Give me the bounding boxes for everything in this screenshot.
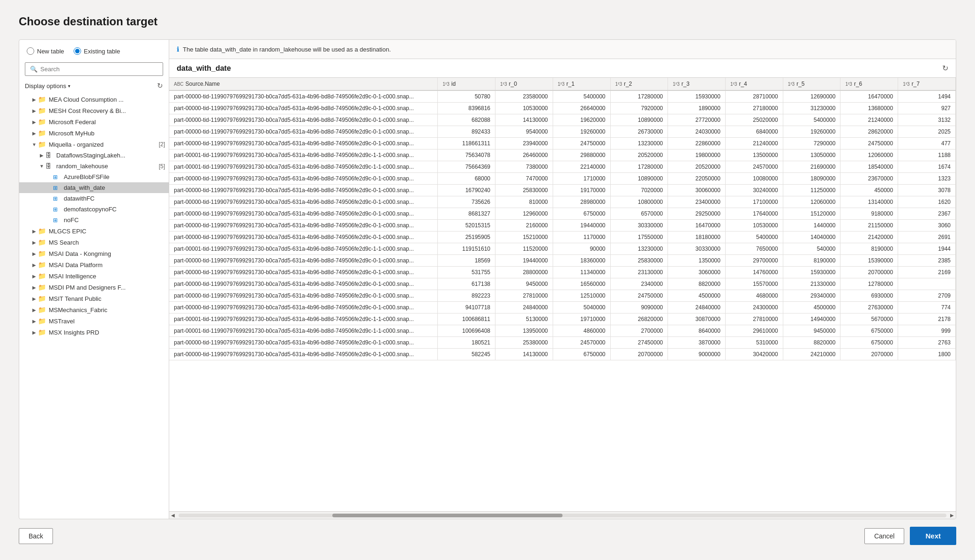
tree-item-demofastcopy[interactable]: ▶ ⊞ demofastcopynoFC	[19, 204, 169, 215]
table-cell: 17550000	[610, 231, 668, 243]
tree-item-msit[interactable]: ▶ 📁 MSIT Tenant Public	[19, 293, 169, 304]
expand-icon: ▼	[38, 164, 45, 169]
existing-table-radio[interactable]: Existing table	[74, 47, 120, 55]
table-cell: 6750000	[553, 208, 610, 220]
table-row: part-00000-tid-11990797699291730-b0ca7dd…	[169, 196, 956, 208]
table-cell: 15570000	[725, 278, 783, 290]
tree-item-datawithfc[interactable]: ▶ ⊞ datawithFC	[19, 193, 169, 204]
back-button[interactable]: Back	[19, 528, 53, 544]
table-cell: 29340000	[783, 290, 840, 302]
table-cell: 5310000	[725, 337, 783, 349]
table-cell: 18540000	[840, 161, 898, 173]
footer: Back Cancel Next	[19, 519, 956, 545]
col-header-r5: 1²3r_5	[783, 78, 840, 90]
table-row: part-00000-tid-11990797699291730-b0ca7dd…	[169, 302, 956, 314]
tree-item-mesh[interactable]: ▶ 📁 MESH Cost Recovery & Bi...	[19, 105, 169, 116]
tree-item-random-lakehouse[interactable]: ▼ 🗄 random_lakehouse [5]	[19, 161, 169, 172]
table-cell: 17100000	[725, 196, 783, 208]
tree-item-msx[interactable]: ▶ 📁 MSX Insights PRD	[19, 327, 169, 338]
table-cell: part-00001-tid-11990797699291730-b0ca7dd…	[169, 243, 438, 255]
table-cell: 25380000	[495, 337, 553, 349]
expand-icon: ▶	[30, 296, 38, 301]
table-cell: 15210000	[495, 231, 553, 243]
table-cell: 10890000	[610, 173, 668, 185]
table-row: part-00000-tid-11990797699291730-b0ca7dd…	[169, 231, 956, 243]
display-options-button[interactable]: Display options ▾	[25, 82, 70, 90]
tree-item-azureblob[interactable]: ▶ ⊞ AzureBlobFSFile	[19, 172, 169, 182]
table-cell: 20520000	[610, 149, 668, 161]
tree-item-mea[interactable]: ▶ 📁 MEA Cloud Consumption ...	[19, 94, 169, 105]
table-cell: 68000	[438, 173, 495, 185]
folder-icon: 📁	[38, 141, 46, 148]
folder-icon: 📁	[38, 306, 46, 314]
table-cell: 19710000	[553, 314, 610, 325]
h-scrollbar-thumb[interactable]	[332, 514, 562, 517]
tree-item-nofc[interactable]: ▶ ⊞ noFC	[19, 215, 169, 225]
table-icon: ⊞	[53, 185, 61, 191]
table-cell: 18360000	[553, 255, 610, 267]
horizontal-scrollbar[interactable]: ◀ ▶	[169, 511, 956, 519]
table-cell: 6930000	[840, 290, 898, 302]
table-cell: 1890000	[668, 103, 726, 114]
table-cell: 5130000	[495, 314, 553, 325]
table-cell: 30240000	[725, 185, 783, 196]
tree-item-msmechanics[interactable]: ▶ 📁 MSMechanics_Fabric	[19, 304, 169, 315]
tree-item-msdi[interactable]: ▶ 📁 MSDI PM and Designers F...	[19, 282, 169, 293]
scroll-left-arrow[interactable]: ◀	[171, 513, 175, 518]
table-cell: 1710000	[553, 173, 610, 185]
table-cell: 12060000	[840, 149, 898, 161]
table-cell: 540000	[783, 243, 840, 255]
tree-item-data-with-date[interactable]: ▶ ⊞ data_with_date	[19, 182, 169, 193]
table-cell: 2160000	[495, 220, 553, 231]
scroll-right-arrow[interactable]: ▶	[950, 513, 954, 518]
table-cell: 999	[898, 325, 956, 337]
table-cell: 180521	[438, 337, 495, 349]
cancel-button[interactable]: Cancel	[864, 528, 905, 544]
refresh-icon[interactable]: ↻	[157, 82, 163, 90]
table-cell: 582245	[438, 349, 495, 360]
table-row: part-00000-tid-11990797699291730-b0ca7dd…	[169, 267, 956, 278]
tree-item-mssearch[interactable]: ▶ 📁 MS Search	[19, 237, 169, 248]
table-row: part-00000-tid-11990797699291730-b0ca7dd…	[169, 255, 956, 267]
table-name: data_with_date	[177, 64, 231, 73]
table-cell: 27450000	[610, 337, 668, 349]
tree-item-msai-kong[interactable]: ▶ 📁 MSAI Data - Kongming	[19, 248, 169, 259]
search-input[interactable]	[40, 66, 158, 73]
col-header-r4: 1²3r_4	[725, 78, 783, 90]
lakehouse-icon: 🗄	[45, 163, 54, 170]
table-cell: 19620000	[553, 114, 610, 126]
col-header-source-name: ABCSource.Name	[169, 78, 438, 90]
table-cell: part-00000-tid-11990797699291730-b0ca7dd…	[169, 290, 438, 302]
tree-item-mlgcs[interactable]: ▶ 📁 MLGCS EPIC	[19, 225, 169, 237]
table-refresh-button[interactable]: ↻	[942, 64, 948, 73]
tree-item-msai-platform[interactable]: ▶ 📁 MSAI Data Platform	[19, 259, 169, 270]
tree-item-msfederal[interactable]: ▶ 📁 Microsoft Federal	[19, 116, 169, 127]
table-cell: 13140000	[840, 196, 898, 208]
tree-item-miquella[interactable]: ▼ 📁 Miquella - organized [2]	[19, 139, 169, 150]
table-cell: 1170000	[553, 231, 610, 243]
tree-item-mstravel[interactable]: ▶ 📁 MSTravel	[19, 315, 169, 327]
tree-item-myhub[interactable]: ▶ 📁 Microsoft MyHub	[19, 127, 169, 139]
table-cell: 23130000	[610, 267, 668, 278]
table-row: part-00000-tid-11990797699291730-b0ca7dd…	[169, 208, 956, 220]
table-cell: 27810000	[725, 314, 783, 325]
new-table-radio[interactable]: New table	[27, 47, 64, 55]
folder-icon: 📁	[38, 96, 46, 103]
tree-item-msai-intel[interactable]: ▶ 📁 MSAI Intelligence	[19, 270, 169, 282]
table-header-row: ABCSource.Name 1²3id 1²3r_0 1²3r_1	[169, 78, 956, 90]
table-cell: 28800000	[495, 267, 553, 278]
table-cell: 13050000	[783, 149, 840, 161]
table-cell: 6750000	[553, 349, 610, 360]
table-cell: 23400000	[668, 196, 726, 208]
h-scrollbar-track[interactable]	[179, 514, 946, 517]
next-button[interactable]: Next	[910, 527, 956, 545]
table-cell: 30420000	[725, 349, 783, 360]
info-icon: ℹ	[177, 45, 179, 53]
table-body: part-00000-tid-11990797699291730-b0ca7dd…	[169, 90, 956, 360]
tree-item-dataflows[interactable]: ▶ 🗄 DataflowsStagingLakeh...	[19, 150, 169, 161]
data-table-container[interactable]: ABCSource.Name 1²3id 1²3r_0 1²3r_1	[169, 78, 956, 511]
table-cell: 21240000	[840, 114, 898, 126]
table-cell: 21420000	[840, 231, 898, 243]
expand-icon: ▶	[38, 153, 45, 158]
table-cell: 531755	[438, 267, 495, 278]
